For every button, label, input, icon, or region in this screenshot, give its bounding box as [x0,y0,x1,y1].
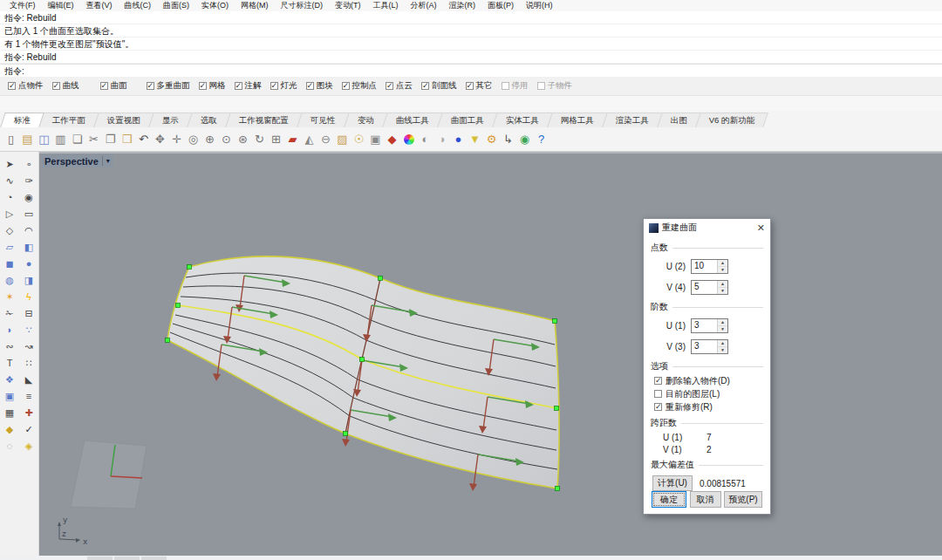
v-point-spinner[interactable]: 5 ▲▼ [691,280,728,295]
copy-icon[interactable]: ❐ [103,130,118,148]
calculate-button[interactable]: 计算(U) [652,475,693,491]
spin-down-icon[interactable]: ▼ [718,347,727,353]
zoom-window-icon[interactable]: ⊕ [202,130,217,148]
blend-icon[interactable]: ∵ [21,323,38,338]
menu-item[interactable]: 工具(L) [367,0,405,11]
viewport-canvas[interactable]: Perspective ▾ [39,152,942,556]
export-icon[interactable]: ❏ [70,130,85,148]
ribbon-tab[interactable]: 曲线工具 [382,113,443,127]
polygon-icon[interactable]: ◇ [2,223,18,238]
selection-filter-checkbox[interactable]: 控制点 [342,80,378,92]
dialog-option-checkbox[interactable]: 目前的图层(L) [654,387,763,400]
check-icon[interactable]: ✓ [21,422,38,437]
selection-filter-checkbox[interactable]: 图块 [306,80,333,92]
cylinder-icon[interactable]: ◍ [2,273,18,288]
group-icon[interactable]: ❖ [2,372,18,387]
ribbon-tab[interactable]: 工作视窗配置 [225,113,303,127]
u-point-spinner[interactable]: 10 ▲▼ [691,259,728,274]
ribbon-tab[interactable]: 出图 [657,113,701,127]
lock-icon[interactable]: ▣ [368,130,383,148]
sphere-icon[interactable]: ● [21,256,38,271]
ribbon-tab[interactable]: 工作平面 [38,113,99,127]
spin-down-icon[interactable]: ▼ [718,326,727,332]
shaded-viewport-icon[interactable]: ◐ [418,130,433,148]
grid-icon[interactable]: ▦ [2,406,18,420]
history-icon[interactable]: ↳ [501,130,515,148]
curve-edit-icon[interactable]: ✑ [21,174,38,188]
hatch-icon[interactable]: ◣ [21,372,38,387]
fillet-icon[interactable]: ◗ [2,323,18,338]
surface-plane-icon[interactable]: ▱ [2,240,18,255]
paint-icon[interactable]: ◆ [2,422,18,437]
render-icon[interactable]: ◆ [385,130,399,148]
curve-icon[interactable]: ∿ [2,174,18,188]
v-degree-spinner[interactable]: 3 ▲▼ [691,339,728,354]
paste-icon[interactable]: ❒ [119,130,134,148]
move-icon[interactable]: ✛ [169,130,184,148]
circle-icon[interactable]: ◔ [2,190,18,205]
menu-item[interactable]: 实体(O) [195,0,235,11]
help-icon[interactable]: ? [534,130,549,148]
ellipse-icon[interactable]: ◉ [21,190,38,205]
rendered-viewport-icon[interactable]: ● [451,130,466,148]
dialog-title-bar[interactable]: 重建曲面 ✕ [644,219,770,236]
spin-up-icon[interactable]: ▲ [718,260,727,267]
pan-icon[interactable]: ✥ [153,130,167,148]
u-degree-spinner[interactable]: 3 ▲▼ [691,318,728,333]
set-view-icon[interactable]: ◭ [302,130,317,148]
web-icon[interactable]: ◉ [517,130,532,148]
command-prompt-input[interactable]: 指令: [0,64,942,77]
print-icon[interactable]: ▥ [53,130,68,148]
close-icon[interactable]: ✕ [757,222,765,234]
spin-down-icon[interactable]: ▼ [718,288,727,294]
array-icon[interactable]: ≡ [21,389,38,404]
color-wheel-icon[interactable] [401,130,416,148]
menu-item[interactable]: 曲线(C) [119,0,158,11]
blob-icon[interactable]: ◌ [2,439,18,454]
selection-filter-checkbox[interactable]: 剖面线 [421,80,457,92]
selection-filter-checkbox[interactable]: 其它 [466,80,493,92]
surface-object[interactable] [166,256,560,491]
selection-filter-checkbox[interactable]: 曲线 [52,80,79,92]
spin-up-icon[interactable]: ▲ [718,340,727,347]
ribbon-tab[interactable]: 选取 [187,113,231,127]
selection-filter-checkbox[interactable]: 点云 [386,80,413,92]
ok-button[interactable]: 确定 [652,491,686,508]
undo-icon[interactable]: ↶ [136,130,151,148]
ribbon-tab[interactable]: 曲面工具 [437,113,498,127]
arc-icon[interactable]: ◠ [21,223,38,238]
point-array-icon[interactable]: ∷ [21,356,38,371]
named-view-icon[interactable]: ▰ [285,130,300,148]
gem-icon[interactable]: ◈ [21,439,38,454]
select-cursor-icon[interactable]: ➤ [2,157,18,172]
ribbon-tab[interactable]: 标准 [0,113,44,127]
zoom-selected-icon[interactable]: ⊙ [219,130,234,148]
extend-icon[interactable]: ↝ [21,339,38,354]
save-icon[interactable]: ◫ [37,130,51,148]
menu-item[interactable]: 渲染(R) [443,0,482,11]
zoom-extents-icon[interactable]: ⊛ [236,130,250,148]
ribbon-tab[interactable]: 显示 [148,113,193,127]
dialog-option-checkbox[interactable]: 删除输入物件(D) [654,374,763,387]
solid-tools-icon[interactable]: ◨ [21,273,38,288]
box-icon[interactable]: ◼ [2,256,18,271]
spin-down-icon[interactable]: ▼ [718,267,727,273]
ribbon-tab[interactable]: 实体工具 [492,113,553,127]
block-icon[interactable]: ▣ [2,389,18,404]
open-file-icon[interactable]: ▤ [20,130,35,148]
ghosted-viewport-icon[interactable]: ◑ [434,130,449,148]
spin-up-icon[interactable]: ▲ [718,319,727,326]
selection-filter-checkbox[interactable]: 网格 [199,80,226,92]
menu-item[interactable]: 尺寸标注(D) [275,0,330,11]
selection-filter-checkbox[interactable]: 注解 [235,80,262,92]
ribbon-tab[interactable]: V6 的新功能 [695,113,768,127]
curve-blend-icon[interactable]: ∾ [2,339,18,354]
text-icon[interactable]: T [2,356,18,371]
selection-filter-checkbox[interactable]: 点物件 [8,80,44,92]
selection-filter-checkbox[interactable]: 停用 [502,80,529,92]
chevron-down-icon[interactable]: ▾ [106,157,110,165]
split-icon[interactable]: ⊟ [21,306,38,321]
selection-filter-checkbox[interactable]: 曲面 [100,80,127,92]
dialog-option-checkbox[interactable]: 重新修剪(R) [654,400,763,413]
polyline-icon[interactable]: ▷ [2,207,18,222]
